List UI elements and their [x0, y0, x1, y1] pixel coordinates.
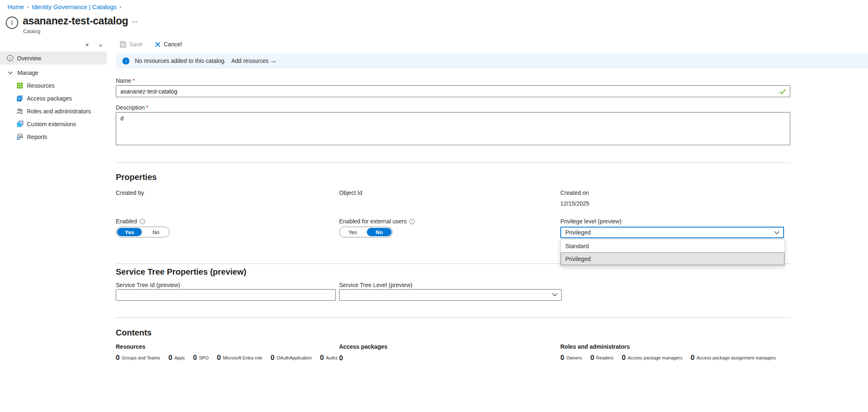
pages-icon — [17, 95, 23, 102]
add-resources-link[interactable]: Add resources→ — [231, 57, 277, 65]
properties-heading: Properties — [116, 172, 157, 182]
stat-entra-role: 0 Microsoft Entra role — [217, 354, 262, 361]
toggle-yes-selected[interactable]: Yes — [117, 228, 142, 236]
breadcrumb: Home › Identity Governance | Catalogs › — [7, 3, 121, 10]
save-button[interactable]: Save — [120, 41, 143, 48]
privilege-level-dropdown[interactable]: Privileged — [560, 227, 784, 238]
sidebar-item-label: Overview — [17, 55, 41, 62]
stat-access-package-assignment-managers: 0 Access package assignment managers — [691, 354, 776, 361]
sidebar-item-overview[interactable]: i Overview — [0, 52, 107, 65]
stat-groups-and-teams: 0 Groups and Teams — [116, 354, 160, 361]
option-standard[interactable]: Standard — [561, 240, 784, 252]
privilege-level-value: Privileged — [565, 229, 591, 236]
sidebar-group-manage[interactable]: Manage — [0, 66, 107, 79]
roles-stats: 0 Owners 0 Readers 0 Access package mana… — [560, 354, 776, 361]
stat-oauth-application: 0 OAuthApplication — [270, 354, 311, 361]
sidebar-item-custom-extensions[interactable]: Custom extensions — [0, 117, 107, 130]
collapse-pane-icon[interactable]: « — [99, 41, 102, 48]
page-subtitle: Catalog — [23, 29, 40, 34]
object-id-label: Object Id — [339, 189, 362, 196]
stat-readers: 0 Readers — [590, 354, 613, 361]
breadcrumb-separator: › — [120, 4, 121, 10]
info-banner: i No resources added to this catalog. Ad… — [116, 53, 868, 69]
enabled-external-toggle[interactable]: Yes No — [339, 227, 393, 237]
section-divider — [116, 163, 790, 163]
reports-icon — [17, 134, 23, 140]
chevron-down-icon — [552, 293, 557, 297]
stat-spo: 0 SPO — [193, 354, 209, 361]
toggle-no-option[interactable]: No — [143, 227, 169, 237]
stat-access-package-managers: 0 Access package managers — [622, 354, 682, 361]
sidebar-item-reports[interactable]: Reports — [0, 130, 107, 143]
stat-owners: 0 Owners — [560, 354, 582, 361]
extension-icon — [17, 121, 23, 127]
command-bar: Save Cancel — [120, 41, 182, 48]
more-menu-button[interactable]: … — [132, 17, 138, 24]
valid-check-icon — [780, 89, 786, 94]
grid-icon — [17, 82, 23, 89]
cancel-x-icon — [155, 42, 160, 47]
resources-group-heading: Resources — [116, 343, 146, 350]
roles-group-heading: Roles and administrators — [560, 343, 630, 350]
service-tree-id-input[interactable] — [116, 289, 336, 301]
arrow-right-icon: → — [270, 57, 277, 64]
access-packages-group-heading: Access packages — [339, 343, 387, 350]
service-tree-level-label: Service Tree Level (preview) — [339, 282, 412, 288]
page-title: asananez-test-catalog — [23, 15, 128, 27]
created-on-value: 12/15/2025 — [560, 200, 589, 207]
sidebar-item-access-packages[interactable]: Access packages — [0, 92, 107, 105]
sidebar-menu: i Overview Manage Resources — [0, 52, 107, 143]
sidebar-item-roles-administrators[interactable]: Roles and administrators — [0, 105, 107, 117]
cancel-label: Cancel — [164, 41, 182, 48]
stat-apps: 0 Apps — [168, 354, 185, 361]
banner-text: No resources added to this catalog. — [135, 57, 226, 64]
resources-stats: 0 Groups and Teams 0 Apps 0 SPO 0 Micros… — [116, 354, 337, 361]
cancel-button[interactable]: Cancel — [155, 41, 182, 48]
close-pane-icon[interactable]: ✕ — [85, 42, 89, 48]
contents-heading: Contents — [116, 328, 152, 338]
people-icon — [17, 108, 23, 115]
sidebar-item-label: Resources — [27, 82, 55, 89]
enabled-label: Enabled i — [116, 218, 145, 225]
access-packages-count: 0 — [339, 354, 343, 362]
name-field-label: Name* — [116, 77, 135, 84]
service-tree-id-label: Service Tree Id (preview) — [116, 282, 180, 288]
privilege-level-label: Privilege level (preview) — [560, 218, 622, 225]
save-label: Save — [129, 41, 143, 48]
description-field-label: Description* — [116, 104, 148, 111]
name-input-value: asananez-test-catalog — [120, 88, 177, 95]
breadcrumb-home-link[interactable]: Home — [7, 3, 24, 10]
service-tree-heading: Service Tree Properties (preview) — [116, 267, 246, 277]
service-tree-level-dropdown[interactable] — [339, 289, 562, 301]
section-divider — [116, 317, 790, 318]
toggle-yes-option[interactable]: Yes — [340, 227, 366, 237]
required-asterisk: * — [132, 77, 134, 84]
sidebar-item-label: Access packages — [27, 95, 72, 102]
banner-info-icon: i — [122, 57, 129, 65]
sidebar-group-label: Manage — [17, 69, 38, 76]
chevron-down-icon — [7, 69, 14, 76]
info-tooltip-icon[interactable]: i — [140, 219, 145, 224]
created-by-label: Created by — [116, 189, 144, 196]
sidebar-item-label: Roles and administrators — [27, 108, 91, 115]
breadcrumb-catalogs-link[interactable]: Identity Governance | Catalogs — [31, 3, 117, 10]
info-tooltip-icon[interactable]: i — [409, 219, 415, 224]
chevron-down-icon — [774, 231, 780, 235]
privilege-level-options-flyout: Standard Privileged — [560, 239, 785, 266]
save-icon — [120, 41, 126, 48]
required-asterisk: * — [146, 104, 148, 111]
description-textarea[interactable]: d — [116, 112, 790, 145]
breadcrumb-separator: › — [27, 4, 29, 10]
info-circle-icon: i — [7, 55, 13, 61]
name-input[interactable]: asananez-test-catalog — [116, 85, 790, 97]
stat-authz: 0 Authz — [320, 354, 338, 361]
option-privileged[interactable]: Privileged — [561, 252, 784, 265]
catalog-info-icon: i — [6, 17, 18, 29]
sidebar-item-label: Custom extensions — [27, 121, 76, 127]
enabled-external-label: Enabled for external users i — [339, 218, 415, 225]
enabled-toggle[interactable]: Yes No — [116, 227, 170, 237]
created-on-label: Created on — [560, 189, 589, 196]
toggle-no-selected[interactable]: No — [367, 228, 392, 236]
description-value: d — [120, 115, 124, 122]
sidebar-item-resources[interactable]: Resources — [0, 79, 107, 92]
